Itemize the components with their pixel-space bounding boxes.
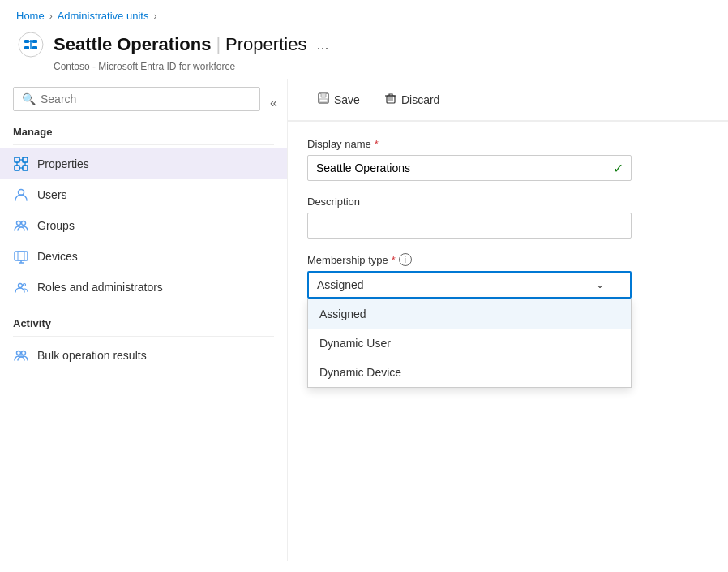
svg-point-25 <box>22 351 26 355</box>
svg-rect-28 <box>319 99 328 102</box>
display-name-required: * <box>375 138 379 150</box>
sidebar-item-users-label: Users <box>37 188 67 201</box>
form-area: Display name * ✓ Description <box>288 122 728 391</box>
display-name-input-wrapper: ✓ <box>307 155 632 181</box>
svg-rect-1 <box>24 40 29 43</box>
membership-type-select-wrapper: Assigned ⌄ Assigned Dynamic User Dynamic… <box>307 271 632 299</box>
devices-icon <box>13 248 29 264</box>
content-area: Save Discard <box>288 79 728 561</box>
search-input[interactable] <box>41 92 251 105</box>
membership-type-label: Membership type * i <box>307 253 709 266</box>
description-label: Description <box>307 196 709 208</box>
display-name-field-group: Display name * ✓ <box>307 138 709 181</box>
dropdown-option-dynamic-user[interactable]: Dynamic User <box>308 329 631 358</box>
roles-icon <box>13 279 29 295</box>
svg-point-17 <box>22 221 26 226</box>
sidebar: 🔍 « Manage Properties <box>0 79 288 561</box>
page-section: Properties <box>225 34 306 55</box>
breadcrumb-admin-units[interactable]: Administrative units <box>58 10 149 22</box>
svg-point-16 <box>17 221 21 226</box>
discard-button[interactable]: Discard <box>375 87 449 112</box>
sidebar-item-devices-label: Devices <box>37 250 78 263</box>
page-title: Seattle Operations <box>54 34 211 55</box>
membership-type-select[interactable]: Assigned ⌄ <box>307 271 632 299</box>
membership-type-value: Assigned <box>317 278 364 291</box>
description-input-wrapper <box>307 213 632 239</box>
sidebar-item-roles-label: Roles and administrators <box>37 281 163 294</box>
svg-rect-7 <box>15 157 19 162</box>
search-box[interactable]: 🔍 <box>13 87 260 111</box>
svg-point-22 <box>19 284 23 288</box>
membership-type-info-icon[interactable]: i <box>399 253 412 266</box>
description-field-group: Description <box>307 196 709 239</box>
svg-rect-10 <box>23 166 28 170</box>
users-icon <box>13 187 29 203</box>
display-name-input[interactable] <box>307 155 632 181</box>
breadcrumb-sep1: › <box>49 11 53 22</box>
svg-rect-2 <box>32 40 37 43</box>
sidebar-item-bulk-label: Bulk operation results <box>37 349 147 362</box>
svg-rect-19 <box>18 252 24 260</box>
sidebar-item-bulk[interactable]: Bulk operation results <box>0 340 287 371</box>
properties-icon <box>13 156 29 172</box>
sidebar-item-roles[interactable]: Roles and administrators <box>0 272 287 303</box>
svg-point-23 <box>24 284 26 286</box>
save-button[interactable]: Save <box>307 87 370 112</box>
chevron-down-icon: ⌄ <box>596 279 604 290</box>
svg-rect-9 <box>15 166 19 170</box>
sidebar-item-users[interactable]: Users <box>0 179 287 210</box>
svg-point-24 <box>17 351 21 355</box>
membership-type-dropdown: Assigned Dynamic User Dynamic Device <box>307 299 632 388</box>
sidebar-item-properties-label: Properties <box>37 157 89 170</box>
manage-section-label: Manage <box>0 119 287 141</box>
collapse-icon[interactable]: « <box>260 96 287 110</box>
bulk-icon <box>13 347 29 363</box>
sidebar-item-groups-label: Groups <box>37 219 75 232</box>
discard-icon <box>384 92 397 107</box>
groups-icon <box>13 217 29 234</box>
sidebar-item-devices[interactable]: Devices <box>0 241 287 272</box>
svg-rect-3 <box>24 46 29 49</box>
description-input[interactable] <box>307 213 632 239</box>
breadcrumb-sep2: › <box>153 11 156 22</box>
svg-rect-4 <box>32 46 37 49</box>
save-icon <box>317 92 330 107</box>
dropdown-option-assigned[interactable]: Assigned <box>308 299 631 329</box>
sidebar-item-properties[interactable]: Properties <box>0 148 287 179</box>
discard-label: Discard <box>401 93 439 106</box>
save-label: Save <box>334 93 360 106</box>
svg-rect-27 <box>321 93 326 97</box>
page-header-icon <box>16 30 45 59</box>
valid-check-icon: ✓ <box>613 161 623 176</box>
page-title-sep: | <box>216 34 221 55</box>
membership-type-field-group: Membership type * i Assigned ⌄ Assigned … <box>307 253 709 299</box>
more-options-icon[interactable]: ... <box>316 37 328 54</box>
activity-section-label: Activity <box>0 311 287 333</box>
breadcrumb-home[interactable]: Home <box>16 10 45 22</box>
sidebar-item-groups[interactable]: Groups <box>0 210 287 241</box>
display-name-label: Display name * <box>307 138 709 150</box>
breadcrumb: Home › Administrative units › <box>0 0 728 28</box>
page-title-group: Seattle Operations | Properties ... <box>54 34 328 55</box>
page-subtitle: Contoso - Microsoft Entra ID for workfor… <box>0 59 728 79</box>
membership-type-required: * <box>392 254 396 266</box>
toolbar: Save Discard <box>288 79 728 121</box>
svg-rect-8 <box>23 157 28 162</box>
search-icon: 🔍 <box>22 92 36 105</box>
svg-rect-18 <box>15 252 28 260</box>
page-header: Seattle Operations | Properties ... <box>0 28 728 59</box>
dropdown-option-dynamic-device[interactable]: Dynamic Device <box>308 358 631 387</box>
